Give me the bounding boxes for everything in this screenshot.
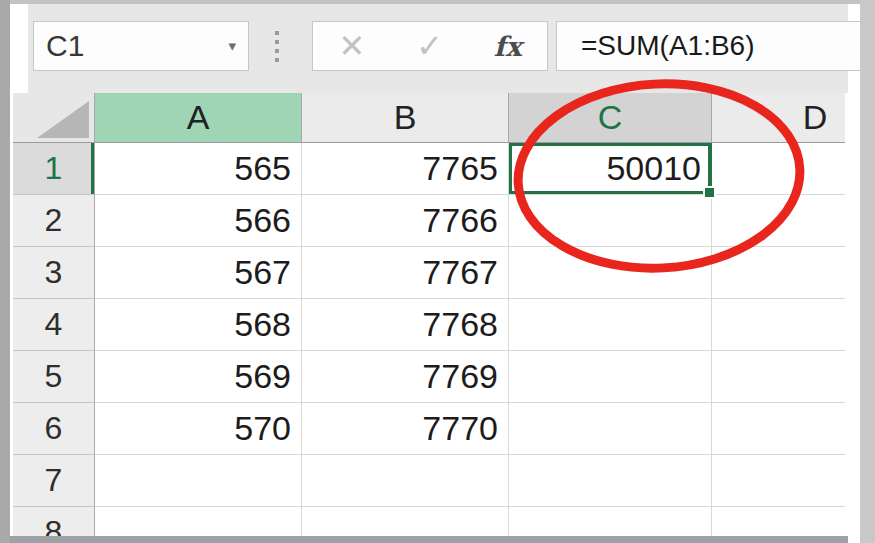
cell-B8[interactable] [302, 507, 509, 536]
cell-B6[interactable]: 7770 [302, 403, 509, 455]
cell-D7[interactable] [712, 455, 845, 507]
cell-A4[interactable]: 568 [95, 299, 302, 351]
window-frame-top [0, 0, 875, 4]
cell-A6[interactable]: 570 [95, 403, 302, 455]
cell-C5[interactable] [509, 351, 712, 403]
cell-A3[interactable]: 567 [95, 247, 302, 299]
row-header-1[interactable]: 1 [13, 143, 95, 195]
cell-A5[interactable]: 569 [95, 351, 302, 403]
window-bottom-edge [10, 536, 848, 543]
cancel-icon[interactable]: ✕ [338, 30, 365, 62]
row-header-6[interactable]: 6 [13, 403, 95, 455]
enter-icon[interactable]: ✓ [416, 30, 443, 62]
cell-D6[interactable] [712, 403, 845, 455]
cell-B2[interactable]: 7766 [302, 195, 509, 247]
row-header-3[interactable]: 3 [13, 247, 95, 299]
cell-A1[interactable]: 565 [95, 143, 302, 195]
cell-C3[interactable] [509, 247, 712, 299]
cell-B5[interactable]: 7769 [302, 351, 509, 403]
row-header-2[interactable]: 2 [13, 195, 95, 247]
formula-buttons: ✕ ✓ fx [312, 21, 548, 71]
name-box[interactable]: C1 ▾ [33, 21, 249, 71]
cell-B1[interactable]: 7765 [302, 143, 509, 195]
cell-C7[interactable] [509, 455, 712, 507]
cell-B7[interactable] [302, 455, 509, 507]
row-header-5[interactable]: 5 [13, 351, 95, 403]
column-header-A[interactable]: A [95, 93, 302, 143]
cell-D8[interactable] [712, 507, 845, 536]
column-header-C[interactable]: C [509, 93, 712, 143]
cell-C2[interactable] [509, 195, 712, 247]
cell-D3[interactable] [712, 247, 845, 299]
row-header-7[interactable]: 7 [13, 455, 95, 507]
select-all-button[interactable] [13, 93, 95, 143]
cell-C1-value: 50010 [606, 149, 701, 188]
cell-D5[interactable] [712, 351, 845, 403]
column-header-D[interactable]: D [712, 93, 845, 143]
cell-A7[interactable] [95, 455, 302, 507]
column-header-B[interactable]: B [302, 93, 509, 143]
fill-handle[interactable] [703, 186, 716, 199]
formula-bar-resize-handle[interactable] [275, 31, 279, 62]
cell-D4[interactable] [712, 299, 845, 351]
name-box-value: C1 [46, 29, 84, 63]
row-header-8[interactable]: 8 [13, 507, 95, 536]
cell-C4[interactable] [509, 299, 712, 351]
spreadsheet-window: C1 ▾ ✕ ✓ fx =SUM(A1:B6) A B C D 1 565 77… [0, 0, 875, 543]
cell-C6[interactable] [509, 403, 712, 455]
cell-D1[interactable] [712, 143, 845, 195]
window-frame-right [860, 0, 875, 543]
cell-C8[interactable] [509, 507, 712, 536]
select-all-triangle-icon [37, 101, 89, 138]
chevron-down-icon[interactable]: ▾ [228, 37, 236, 55]
formula-toolbar: C1 ▾ ✕ ✓ fx =SUM(A1:B6) [28, 4, 848, 93]
spreadsheet-grid: A B C D 1 565 7765 50010 2 566 7766 3 56… [13, 93, 845, 536]
formula-input[interactable]: =SUM(A1:B6) [556, 21, 874, 71]
row-header-4[interactable]: 4 [13, 299, 95, 351]
cell-D2[interactable] [712, 195, 845, 247]
insert-function-icon[interactable]: fx [494, 33, 522, 60]
cell-B4[interactable]: 7768 [302, 299, 509, 351]
formula-text: =SUM(A1:B6) [581, 30, 755, 62]
cell-A8[interactable] [95, 507, 302, 536]
cell-B3[interactable]: 7767 [302, 247, 509, 299]
cell-A2[interactable]: 566 [95, 195, 302, 247]
cell-C1[interactable]: 50010 [509, 143, 712, 195]
window-frame-left [0, 0, 10, 543]
